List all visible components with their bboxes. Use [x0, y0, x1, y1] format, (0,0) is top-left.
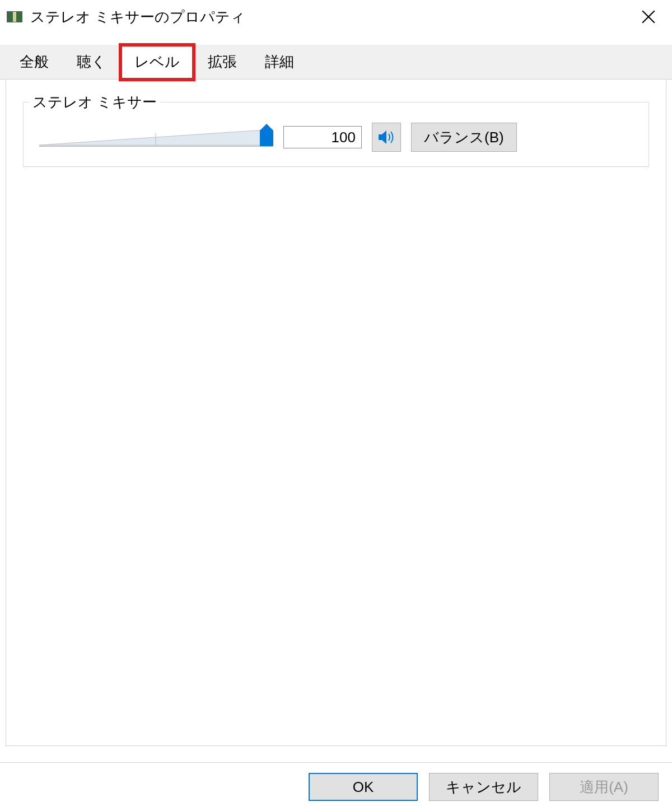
- group-label: ステレオ ミキサー: [29, 92, 160, 112]
- speaker-icon: [377, 128, 395, 146]
- tab-levels[interactable]: レベル: [120, 45, 194, 80]
- volume-value-input[interactable]: [283, 126, 362, 148]
- app-icon: [7, 11, 22, 22]
- close-icon: [641, 10, 656, 24]
- volume-row: バランス(B): [38, 123, 634, 152]
- tab-general[interactable]: 全般: [6, 45, 63, 79]
- titlebar: ステレオ ミキサーのプロパティ: [0, 0, 672, 34]
- cancel-button[interactable]: キャンセル: [429, 773, 538, 801]
- dialog-footer: OK キャンセル 適用(A): [0, 762, 672, 811]
- stereo-mixer-group: ステレオ ミキサー バランス(B): [23, 102, 649, 167]
- tab-enhancements[interactable]: 拡張: [194, 45, 251, 79]
- slider-track-icon: [38, 127, 273, 150]
- tab-content: ステレオ ミキサー バランス(B): [6, 80, 666, 746]
- close-button[interactable]: [632, 0, 665, 34]
- tab-listen[interactable]: 聴く: [63, 45, 120, 79]
- apply-button: 適用(A): [549, 773, 659, 801]
- ok-button[interactable]: OK: [309, 773, 418, 801]
- mute-button[interactable]: [372, 123, 401, 152]
- window-title: ステレオ ミキサーのプロパティ: [30, 7, 632, 27]
- balance-button[interactable]: バランス(B): [411, 123, 517, 152]
- tab-bar: 全般 聴く レベル 拡張 詳細: [0, 45, 672, 80]
- svg-marker-5: [379, 130, 386, 144]
- tab-advanced[interactable]: 詳細: [251, 45, 308, 79]
- volume-slider[interactable]: [38, 125, 273, 150]
